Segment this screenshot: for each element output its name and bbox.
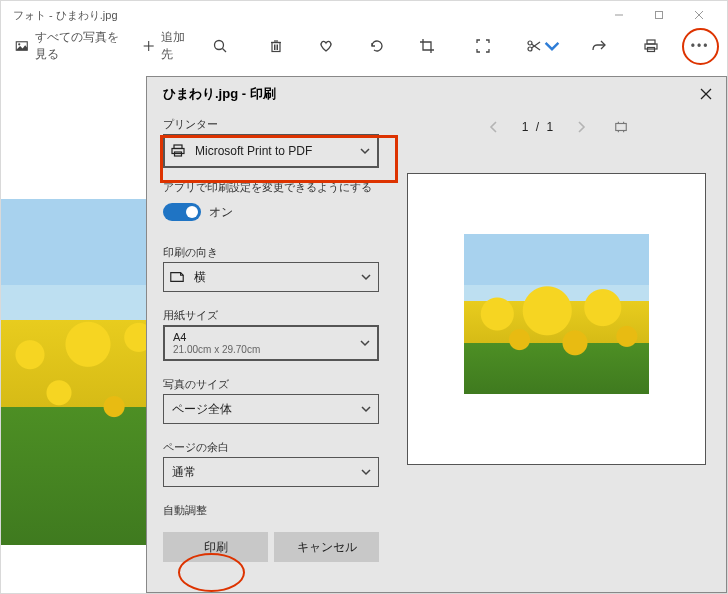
- printer-dropdown[interactable]: Microsoft Print to PDF: [163, 134, 379, 168]
- minimize-icon: [614, 10, 624, 20]
- maximize-icon: [654, 10, 664, 20]
- preview-page-sep: /: [536, 120, 539, 134]
- chevron-down-icon: [353, 337, 377, 349]
- rotate-button[interactable]: [358, 32, 396, 60]
- preview-prev-button[interactable]: [484, 117, 504, 137]
- print-icon: [643, 38, 659, 54]
- preview-page: [407, 173, 706, 465]
- orientation-dropdown[interactable]: 横: [163, 262, 379, 292]
- window-maximize-button[interactable]: [639, 1, 679, 29]
- chevron-down-icon: [544, 38, 560, 54]
- toggle-knob: [186, 206, 198, 218]
- all-photos-label: すべての写真を見る: [35, 29, 126, 63]
- svg-point-8: [215, 41, 224, 50]
- ellipsis-icon: •••: [691, 39, 710, 53]
- paper-size-value: A4: [173, 331, 353, 343]
- auto-adjust-label: 自動調整: [163, 503, 379, 518]
- margins-label: ページの余白: [163, 440, 379, 455]
- scissors-icon: [526, 38, 542, 54]
- toggle-state-label: オン: [209, 204, 233, 221]
- close-icon: [694, 10, 704, 20]
- photo-viewport: [1, 199, 146, 545]
- share-icon: [591, 38, 607, 54]
- chevron-down-icon: [354, 271, 378, 283]
- toolbar: すべての写真を見る 追加先: [1, 29, 727, 63]
- preview-page-total: 1: [547, 120, 554, 134]
- heart-icon: [318, 38, 334, 54]
- print-dialog-title: ひまわり.jpg - 印刷: [147, 85, 686, 103]
- print-button[interactable]: [632, 32, 670, 60]
- zoom-button[interactable]: [201, 32, 239, 60]
- chevron-down-icon: [354, 403, 378, 415]
- paper-size-sub: 21.00cm x 29.70cm: [173, 344, 353, 355]
- print-preview-area: 1 / 1: [391, 111, 726, 592]
- add-target-label: 追加先: [161, 29, 191, 63]
- print-dialog: ひまわり.jpg - 印刷 プリンター Microsoft Print to P…: [146, 76, 727, 593]
- edit-button[interactable]: [520, 32, 566, 60]
- orientation-label: 印刷の向き: [163, 245, 379, 260]
- window-minimize-button[interactable]: [599, 1, 639, 29]
- add-target-button[interactable]: 追加先: [136, 32, 197, 60]
- body-area: ひまわり.jpg - 印刷 プリンター Microsoft Print to P…: [1, 63, 727, 593]
- printer-value: Microsoft Print to PDF: [191, 144, 353, 158]
- landscape-icon: [164, 269, 190, 285]
- svg-line-9: [223, 49, 227, 53]
- delete-button[interactable]: [257, 32, 295, 60]
- print-dialog-close-button[interactable]: [686, 77, 726, 111]
- share-button[interactable]: [580, 32, 618, 60]
- more-button[interactable]: •••: [681, 32, 719, 60]
- margins-value: 通常: [164, 464, 354, 481]
- title-bar: フォト - ひまわり.jpg: [1, 1, 727, 29]
- plus-icon: [142, 38, 155, 54]
- fullscreen-button[interactable]: [464, 32, 502, 60]
- crop-icon: [419, 38, 435, 54]
- favorite-button[interactable]: [307, 32, 345, 60]
- preview-fit-button[interactable]: [609, 117, 633, 137]
- preview-pager: 1 / 1: [391, 113, 726, 141]
- allow-app-label: アプリで印刷設定を変更できるようにする: [163, 180, 379, 195]
- orientation-value: 横: [190, 269, 354, 286]
- margins-dropdown[interactable]: 通常: [163, 457, 379, 487]
- chevron-down-icon: [354, 466, 378, 478]
- preview-page-current: 1: [522, 120, 529, 134]
- allow-app-toggle[interactable]: [163, 203, 201, 221]
- paper-size-label: 用紙サイズ: [163, 308, 379, 323]
- print-dialog-header: ひまわり.jpg - 印刷: [147, 77, 726, 111]
- paper-size-dropdown[interactable]: A4 21.00cm x 29.70cm: [163, 325, 379, 361]
- photo-size-dropdown[interactable]: ページ全体: [163, 394, 379, 424]
- svg-rect-28: [616, 124, 627, 131]
- window-close-button[interactable]: [679, 1, 719, 29]
- cancel-button[interactable]: キャンセル: [274, 532, 379, 562]
- svg-rect-26: [172, 149, 184, 154]
- print-submit-button[interactable]: 印刷: [163, 532, 268, 562]
- close-icon: [700, 88, 712, 100]
- svg-point-5: [18, 43, 20, 45]
- printer-label: プリンター: [163, 117, 379, 132]
- zoom-icon: [212, 38, 228, 54]
- printer-icon: [165, 143, 191, 159]
- trash-icon: [268, 38, 284, 54]
- fullscreen-icon: [475, 38, 491, 54]
- crop-button[interactable]: [408, 32, 446, 60]
- svg-rect-21: [645, 44, 657, 49]
- svg-rect-1: [656, 12, 663, 19]
- print-settings: プリンター Microsoft Print to PDF アプリで印刷設定を変更…: [147, 111, 391, 592]
- photo-size-label: 写真のサイズ: [163, 377, 379, 392]
- all-photos-button[interactable]: すべての写真を見る: [9, 32, 132, 60]
- preview-page-indicator: 1 / 1: [522, 120, 553, 134]
- photo-size-value: ページ全体: [164, 401, 354, 418]
- window-title: フォト - ひまわり.jpg: [9, 8, 599, 23]
- preview-photo: [464, 234, 649, 394]
- preview-next-button[interactable]: [571, 117, 591, 137]
- photos-icon: [15, 38, 29, 54]
- rotate-icon: [369, 38, 385, 54]
- chevron-down-icon: [353, 145, 377, 157]
